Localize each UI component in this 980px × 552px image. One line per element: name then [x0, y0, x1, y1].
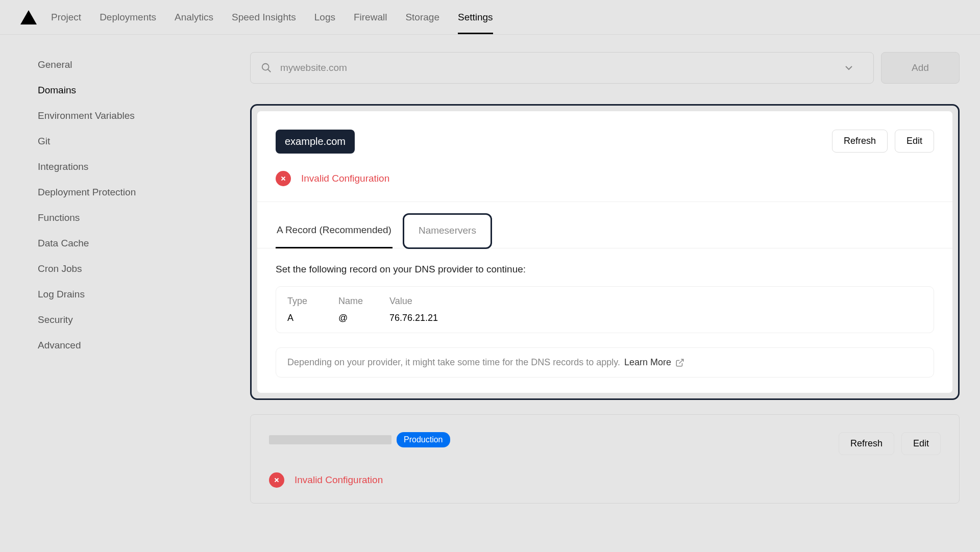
sidebar-item-git[interactable]: Git	[38, 129, 250, 154]
error-icon	[269, 472, 284, 488]
status-row-secondary: Invalid Configuration	[251, 455, 959, 503]
logo-triangle-icon[interactable]	[20, 10, 37, 24]
sidebar-item-env-vars[interactable]: Environment Variables	[38, 103, 250, 129]
nav-tab-storage[interactable]: Storage	[405, 2, 439, 33]
main-content: Add example.com Refresh Edit Invalid Con…	[250, 52, 980, 504]
dns-value-value: 76.76.21.21	[389, 313, 922, 323]
refresh-button-secondary[interactable]: Refresh	[839, 432, 894, 455]
svg-line-4	[679, 359, 683, 363]
dns-value-name: @	[338, 313, 369, 323]
domain-input-wrap[interactable]	[250, 52, 874, 84]
add-domain-button[interactable]: Add	[881, 52, 960, 84]
nav-tab-deployments[interactable]: Deployments	[100, 2, 156, 33]
domain-placeholder	[269, 435, 391, 444]
sidebar-item-cron-jobs[interactable]: Cron Jobs	[38, 256, 250, 282]
info-text: Depending on your provider, it might tak…	[287, 357, 620, 368]
add-domain-row: Add	[250, 52, 960, 84]
learn-more-link[interactable]: Learn More	[624, 357, 671, 368]
dns-header-type: Type	[287, 296, 318, 307]
external-link-icon	[675, 358, 684, 367]
dns-header-name: Name	[338, 296, 369, 307]
sidebar-item-log-drains[interactable]: Log Drains	[38, 282, 250, 307]
chevron-down-icon[interactable]	[843, 62, 855, 74]
dns-description: Set the following record on your DNS pro…	[257, 248, 952, 286]
top-nav: Project Deployments Analytics Speed Insi…	[0, 0, 980, 35]
nav-tab-project[interactable]: Project	[51, 2, 81, 33]
nav-tab-analytics[interactable]: Analytics	[175, 2, 213, 33]
nav-tab-settings[interactable]: Settings	[458, 2, 493, 34]
dns-table: Type Name Value A @ 76.76.21.21	[276, 286, 934, 333]
domain-card-focus-ring: example.com Refresh Edit Invalid Configu…	[250, 104, 960, 400]
edit-button[interactable]: Edit	[895, 130, 934, 153]
sidebar-item-functions[interactable]: Functions	[38, 205, 250, 231]
tab-nameservers[interactable]: Nameservers	[403, 213, 492, 249]
dns-header-value: Value	[389, 296, 922, 307]
sidebar-item-domains[interactable]: Domains	[38, 78, 250, 103]
sidebar-item-security[interactable]: Security	[38, 307, 250, 333]
sidebar-item-general[interactable]: General	[38, 52, 250, 78]
status-text-secondary: Invalid Configuration	[295, 474, 383, 486]
dns-tabs: A Record (Recommended) Nameservers	[257, 202, 952, 248]
edit-button-secondary[interactable]: Edit	[901, 432, 941, 455]
status-text: Invalid Configuration	[301, 173, 389, 184]
svg-line-1	[268, 69, 271, 72]
settings-sidebar: General Domains Environment Variables Gi…	[0, 52, 250, 504]
error-icon	[276, 171, 291, 186]
domain-chip: example.com	[276, 130, 355, 154]
sidebar-item-data-cache[interactable]: Data Cache	[38, 231, 250, 256]
refresh-button[interactable]: Refresh	[832, 130, 888, 153]
tab-a-record[interactable]: A Record (Recommended)	[276, 213, 393, 248]
domain-card-secondary: Production Refresh Edit Invalid Configur…	[250, 414, 960, 504]
search-icon	[261, 62, 272, 73]
nav-tab-firewall[interactable]: Firewall	[354, 2, 387, 33]
nav-tab-speed-insights[interactable]: Speed Insights	[232, 2, 296, 33]
nav-tabs: Project Deployments Analytics Speed Insi…	[51, 2, 493, 33]
sidebar-item-deployment-protection[interactable]: Deployment Protection	[38, 180, 250, 205]
domain-input[interactable]	[280, 62, 843, 73]
sidebar-item-integrations[interactable]: Integrations	[38, 154, 250, 180]
status-row: Invalid Configuration	[257, 154, 952, 202]
nav-tab-logs[interactable]: Logs	[314, 2, 335, 33]
sidebar-item-advanced[interactable]: Advanced	[38, 333, 250, 358]
info-box: Depending on your provider, it might tak…	[276, 347, 934, 378]
dns-value-type: A	[287, 313, 318, 323]
production-badge: Production	[397, 432, 450, 447]
svg-point-0	[262, 64, 269, 70]
domain-card: example.com Refresh Edit Invalid Configu…	[257, 111, 953, 393]
